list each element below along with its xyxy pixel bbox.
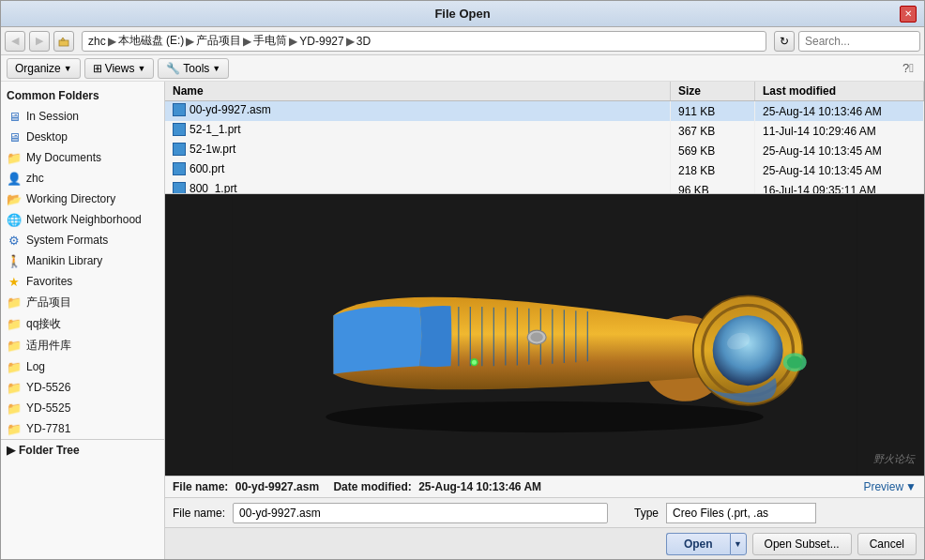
- file-panel: Name Size Last modified 00-yd-9927.asm 9…: [165, 82, 924, 559]
- open-button-group: Open ▼: [666, 533, 747, 555]
- col-modified[interactable]: Last modified: [755, 82, 924, 101]
- file-modified-cell: 25-Aug-14 10:13:45 AM: [755, 141, 924, 160]
- file-name-value: 00-yd-9927.asm: [235, 480, 319, 493]
- type-label: Type: [634, 507, 659, 520]
- table-row[interactable]: 52-1w.prt 569 KB 25-Aug-14 10:13:45 AM: [165, 141, 924, 160]
- folder-icon: 📁: [7, 317, 22, 332]
- search-input[interactable]: [798, 31, 920, 52]
- sidebar-item-favorites[interactable]: ★ Favorites: [1, 271, 164, 292]
- tools-icon: 🔧: [166, 62, 180, 75]
- file-modified-cell: 11-Jul-14 10:29:46 AM: [755, 121, 924, 141]
- sidebar-item-desktop[interactable]: 🖥 Desktop: [1, 127, 164, 147]
- sidebar-item-chanpin[interactable]: 📁 产品项目: [1, 292, 164, 313]
- folder-icon: 📁: [7, 359, 22, 374]
- watermark: 野火论坛: [873, 452, 915, 466]
- sidebar-item-label: My Documents: [26, 151, 101, 164]
- navigation-toolbar: ◀ ▶ zhc ▶ 本地磁盘 (E:) ▶ 产品项目 ▶ 手电筒 ▶ YD-99…: [1, 27, 924, 55]
- refresh-button[interactable]: ↻: [774, 31, 795, 52]
- file-name-text: 00-yd-9927.asm: [190, 103, 271, 116]
- sidebar-item-label: YD-7781: [26, 422, 70, 435]
- sidebar-item-label: 适用件库: [26, 338, 71, 354]
- file-list[interactable]: Name Size Last modified 00-yd-9927.asm 9…: [165, 82, 924, 194]
- filename-label: File name:: [173, 507, 225, 520]
- folder-tree-section[interactable]: ▶ Folder Tree: [1, 439, 164, 461]
- svg-rect-0: [59, 40, 68, 46]
- file-name-text: 52-1_1.prt: [190, 123, 241, 136]
- sidebar-item-manikin-library[interactable]: 🚶 Manikin Library: [1, 250, 164, 271]
- file-size-cell: 218 KB: [671, 160, 755, 180]
- buttons-row: Open ▼ Open Subset... Cancel: [165, 527, 924, 559]
- close-button[interactable]: ✕: [900, 6, 917, 23]
- sidebar-item-yd5525[interactable]: 📁 YD-5525: [1, 398, 164, 418]
- triangle-icon: ▶: [7, 444, 15, 457]
- type-input[interactable]: [666, 503, 816, 523]
- path-bar[interactable]: zhc ▶ 本地磁盘 (E:) ▶ 产品项目 ▶ 手电筒 ▶ YD-9927 ▶…: [82, 31, 766, 52]
- col-name[interactable]: Name: [165, 82, 671, 101]
- preview-toggle-button[interactable]: Preview ▼: [863, 480, 917, 493]
- sidebar-item-in-session[interactable]: 🖥 In Session: [1, 106, 164, 127]
- open-subset-button[interactable]: Open Subset...: [752, 533, 852, 555]
- sidebar-item-label: Log: [26, 360, 45, 373]
- file-name-text: 600.prt: [190, 162, 224, 175]
- file-type-icon: [173, 162, 186, 175]
- folder-icon: 📁: [7, 295, 22, 310]
- file-modified-cell: 16-Jul-14 09:35:11 AM: [755, 180, 924, 194]
- title-bar: File Open ✕: [1, 1, 924, 27]
- help-button[interactable]: ?⃝: [898, 58, 918, 79]
- folder-icon: 📁: [7, 421, 22, 436]
- sidebar-item-label: YD-5525: [26, 401, 70, 415]
- sidebar-header: Common Folders: [1, 85, 164, 106]
- cancel-button[interactable]: Cancel: [857, 533, 917, 555]
- chevron-down-icon: ▼: [64, 64, 72, 73]
- window-title: File Open: [25, 7, 900, 21]
- sidebar-item-yd5526[interactable]: 📁 YD-5526: [1, 377, 164, 398]
- open-dropdown-button[interactable]: ▼: [730, 533, 747, 555]
- tools-button[interactable]: 🔧 Tools ▼: [158, 58, 229, 79]
- back-button[interactable]: ◀: [5, 31, 25, 52]
- preview-label: Preview: [863, 480, 903, 493]
- sidebar: Common Folders 🖥 In Session 🖥 Desktop 📁 …: [1, 82, 165, 559]
- table-row[interactable]: 00-yd-9927.asm 911 KB 25-Aug-14 10:13:46…: [165, 101, 924, 122]
- filename-input[interactable]: [233, 503, 608, 523]
- organize-button[interactable]: Organize ▼: [7, 58, 81, 79]
- views-button[interactable]: ⊞ Views ▼: [84, 58, 155, 79]
- sidebar-item-network-neighborhood[interactable]: 🌐 Network Neighborhood: [1, 209, 164, 230]
- sidebar-item-zhc[interactable]: 👤 zhc: [1, 168, 164, 189]
- svg-point-26: [326, 401, 764, 432]
- chevron-down-icon: ▼: [212, 64, 220, 73]
- sidebar-item-shiyong[interactable]: 📁 适用件库: [1, 335, 164, 356]
- sidebar-item-label: System Formats: [26, 234, 108, 247]
- sidebar-item-system-formats[interactable]: ⚙ System Formats: [1, 230, 164, 250]
- working-dir-icon: 📂: [7, 191, 22, 206]
- table-row[interactable]: 800_1.prt 96 KB 16-Jul-14 09:35:11 AM: [165, 180, 924, 194]
- sidebar-item-label: Manikin Library: [26, 254, 102, 267]
- flashlight-preview-svg: [165, 194, 924, 476]
- file-table: Name Size Last modified 00-yd-9927.asm 9…: [165, 82, 924, 194]
- col-size[interactable]: Size: [671, 82, 755, 101]
- up-button[interactable]: [53, 31, 74, 52]
- file-type-icon: [173, 143, 186, 156]
- forward-button[interactable]: ▶: [29, 31, 50, 52]
- file-size-cell: 96 KB: [671, 180, 755, 194]
- file-size-cell: 367 KB: [671, 121, 755, 141]
- sidebar-item-label: YD-5526: [26, 381, 70, 394]
- path-segment: 本地磁盘 (E:): [118, 33, 185, 49]
- sidebar-item-label: Working Directory: [26, 192, 115, 205]
- sidebar-item-my-documents[interactable]: 📁 My Documents: [1, 147, 164, 168]
- path-segment: 3D: [356, 35, 371, 48]
- sidebar-item-qqjieshou[interactable]: 📁 qq接收: [1, 313, 164, 335]
- sidebar-item-yd7781[interactable]: 📁 YD-7781: [1, 418, 164, 439]
- views-icon: ⊞: [93, 62, 102, 75]
- sidebar-item-log[interactable]: 📁 Log: [1, 356, 164, 377]
- sidebar-item-working-directory[interactable]: 📂 Working Directory: [1, 189, 164, 209]
- svg-point-18: [713, 315, 783, 386]
- file-size-cell: 911 KB: [671, 101, 755, 122]
- open-button[interactable]: Open: [666, 533, 730, 555]
- table-row[interactable]: 600.prt 218 KB 25-Aug-14 10:13:45 AM: [165, 160, 924, 180]
- folder-icon: 📁: [7, 339, 22, 354]
- main-content: Common Folders 🖥 In Session 🖥 Desktop 📁 …: [1, 82, 924, 559]
- date-modified-label: Date modified:: [333, 480, 411, 493]
- preview-area: 野火论坛: [165, 194, 924, 476]
- chevron-down-icon: ▼: [905, 480, 917, 493]
- table-row[interactable]: 52-1_1.prt 367 KB 11-Jul-14 10:29:46 AM: [165, 121, 924, 141]
